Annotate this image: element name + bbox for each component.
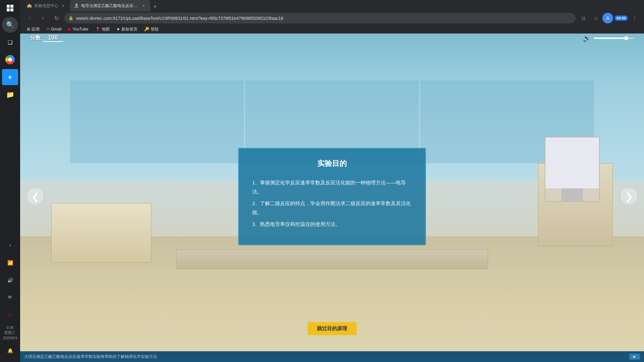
taskbar-bottom: › 📶 🔊 中 🛡 0:26 星期三 2020/6/3 🔔 (2, 237, 18, 362)
clock: 0:26 星期三 2020/6/3 (3, 324, 17, 342)
profile-button[interactable]: A (602, 13, 613, 23)
bookmarks-bar: ⊞ 应用 ✉ Gmail ▶ YouTube 📍 地图 ★ 新标签页 🔑 登陆 (20, 25, 644, 34)
tab-lab-info[interactable]: 🏫 实验信息中心 ✕ (23, 0, 70, 11)
tab1-close[interactable]: ✕ (60, 3, 66, 8)
modal-title: 实验目的 (252, 159, 412, 169)
modal-item-2: 2、了解二级反应的特点，学会用作图法求二级反应的速率常数及其活化能。 (252, 199, 412, 217)
cast-button[interactable]: ⊡ (578, 13, 589, 23)
gmail-favicon: ✉ (46, 27, 50, 32)
youtube-label: YouTube (72, 27, 88, 32)
timer-badge: 00:00 (614, 15, 628, 21)
clock-date: 2020/6/3 (3, 336, 17, 341)
modal-item-1: 1、掌握测定化学反应速率常数及反应活化能的一种物理方法——电导法。 (252, 178, 412, 196)
bookmark-gmail[interactable]: ✉ Gmail (44, 26, 64, 32)
modal-item-3: 3、熟悉电导率仪和控温仪的使用方法。 (252, 220, 412, 229)
tab2-favicon: 🔬 (74, 3, 79, 8)
newtab-label: 新标签页 (121, 26, 138, 32)
modal-overlay: 实验目的 1、掌握测定化学反应速率常数及反应活化能的一种物理方法——电导法。 2… (20, 31, 644, 362)
gmail-label: Gmail (51, 27, 61, 32)
menu-button[interactable]: ⋮ (629, 13, 640, 23)
newtab-favicon: ★ (116, 27, 120, 32)
back-button[interactable]: ‹ (24, 13, 35, 23)
modal-content: 1、掌握测定化学反应速率常数及反应活化能的一种物理方法——电导法。 2、了解二级… (252, 178, 412, 229)
address-bar[interactable]: 🔒 weishi.dlvrtec.com:8172/UpLoad/BaseTes… (64, 13, 576, 23)
tab2-close[interactable]: ✕ (141, 3, 146, 8)
skip-button[interactable]: 跳过目的原理 (308, 322, 357, 335)
login-label: 登陆 (151, 26, 159, 32)
maps-favicon: 📍 (95, 27, 100, 32)
bookmark-login[interactable]: 🔑 登陆 (142, 26, 161, 33)
tab2-title: 电导法测定乙酸乙酯电化反应的… (81, 3, 139, 9)
taskbar-edge[interactable]: e (2, 69, 18, 85)
lab-scene: 分数 100 🔊 ❮ ❯ 实验目的 1、掌握测定化学反应速 (20, 31, 644, 362)
bookmark-maps[interactable]: 📍 地图 (93, 26, 112, 33)
svg-rect-2 (7, 8, 10, 11)
apps-label: 应用 (32, 26, 40, 32)
taskbar-chrome[interactable] (2, 52, 18, 68)
tab1-title: 实验信息中心 (34, 3, 58, 9)
clock-day: 星期三 (3, 330, 17, 335)
tab-experiment[interactable]: 🔬 电导法测定乙酸乙酯电化反应的… ✕ (70, 0, 150, 11)
taskbar-files[interactable]: 📁 (2, 86, 18, 103)
nav-actions: ⊡ ☆ A 00:00 ⋮ (578, 13, 640, 23)
bottom-bar: 大理石测定乙酸乙酯电化反应速率常数实验将帮助你了解物理化学实验方法 ► (20, 351, 644, 362)
maps-label: 地图 (102, 26, 110, 32)
main-content: 分数 100 🔊 ❮ ❯ 实验目的 1、掌握测定化学反应速 (20, 31, 644, 362)
taskbar-task-view[interactable]: ❑ (2, 34, 18, 50)
bookmark-button[interactable]: ☆ (590, 13, 601, 23)
skip-button-container: 跳过目的原理 (308, 322, 357, 335)
address-text: weishi.dlvrtec.com:8172/UpLoad/BaseTest/… (76, 16, 572, 21)
taskbar-antivirus[interactable]: 🛡 (2, 307, 18, 323)
new-tab-button[interactable]: + (150, 2, 160, 11)
bottom-bar-btn[interactable]: ► (629, 354, 640, 360)
svg-rect-0 (7, 5, 10, 8)
bookmark-apps[interactable]: ⊞ 应用 (24, 26, 42, 33)
lock-icon: 🔒 (68, 16, 73, 20)
taskbar-sound[interactable]: 🔊 (2, 272, 18, 288)
tab-bar: 🏫 实验信息中心 ✕ 🔬 电导法测定乙酸乙酯电化反应的… ✕ + (20, 0, 644, 11)
taskbar: 🔍 ❑ e 📁 › 📶 🔊 中 🛡 0:26 星期三 2020/6/3 🔔 (0, 0, 20, 362)
svg-rect-1 (10, 5, 13, 8)
browser-chrome: 🏫 实验信息中心 ✕ 🔬 电导法测定乙酸乙酯电化反应的… ✕ + ‹ › ↻ 🔒… (20, 0, 644, 34)
refresh-button[interactable]: ↻ (51, 13, 62, 23)
taskbar-arrow[interactable]: › (2, 237, 18, 253)
taskbar-language[interactable]: 中 (2, 290, 18, 306)
clock-time: 0:26 (3, 325, 17, 330)
bookmark-newtab[interactable]: ★ 新标签页 (114, 26, 140, 33)
nav-bar: ‹ › ↻ 🔒 weishi.dlvrtec.com:8172/UpLoad/B… (20, 11, 644, 25)
taskbar-search[interactable]: 🔍 (2, 17, 18, 33)
svg-rect-3 (10, 8, 13, 11)
taskbar-network[interactable]: 📶 (2, 255, 18, 271)
forward-button[interactable]: › (38, 13, 48, 23)
modal-box: 实验目的 1、掌握测定化学反应速率常数及反应活化能的一种物理方法——电导法。 2… (238, 148, 426, 245)
apps-favicon: ⊞ (27, 27, 30, 32)
start-button[interactable] (0, 0, 20, 16)
tab1-favicon: 🏫 (27, 3, 32, 8)
bottom-bar-text: 大理石测定乙酸乙酯电化反应速率常数实验将帮助你了解物理化学实验方法 (24, 354, 157, 360)
login-favicon: 🔑 (144, 27, 149, 32)
taskbar-notifications[interactable]: 🔔 (2, 343, 18, 359)
bookmark-youtube[interactable]: ▶ YouTube (65, 26, 91, 32)
youtube-favicon: ▶ (68, 27, 71, 32)
